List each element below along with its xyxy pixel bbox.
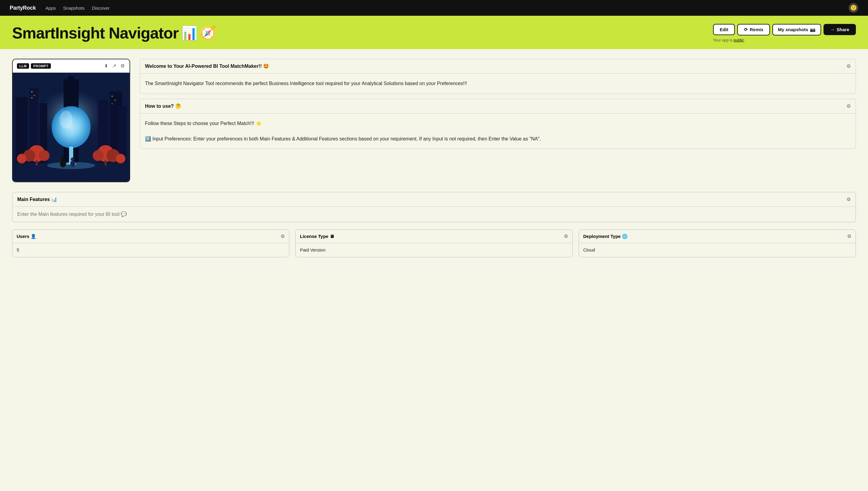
deployment-body [579,243,856,257]
remix-label: Remix [750,27,763,32]
howto-widget: How to use? 🤔 ⚙ Follow these Steps to ch… [140,99,856,149]
settings-icon[interactable]: ⚙ [120,62,125,69]
svg-point-18 [39,150,50,161]
edit-button[interactable]: Edit [713,24,735,35]
main-features-widget: Main Features 📊 ⚙ [12,192,856,222]
license-title: License Type 🖥 [300,234,334,239]
deployment-header: Deployment Type 🌐 ⚙ [579,230,856,243]
deployment-settings-icon[interactable]: ⚙ [847,233,851,239]
users-header: Users 👤 ⚙ [12,230,289,243]
header-actions: Edit ⟳ Remix My snapshots 📷 → Share Your… [713,24,856,42]
app-header: SmartInsight Navigator 📊 🧭 Edit ⟳ Remix … [0,16,868,49]
prompt-tag: PROMPT [31,63,51,69]
license-header: License Type 🖥 ⚙ [296,230,572,243]
svg-point-28 [70,161,75,167]
nav-apps[interactable]: Apps [46,5,56,10]
export-icon[interactable]: ↗ [112,62,117,69]
users-widget: Users 👤 ⚙ [12,229,289,257]
widget-actions: ⬇ ↗ ⚙ [103,62,125,69]
camera-icon: 📷 [810,27,816,32]
widget-image [13,73,129,182]
city-illustration [13,73,129,182]
app-title-emoji1: 📊 [181,25,197,41]
svg-rect-9 [68,76,74,85]
navbar: PartyRock Apps Snapshots Discover 🙂 [0,0,868,16]
public-link[interactable]: public [734,38,744,42]
my-snapshots-button[interactable]: My snapshots 📷 [772,24,821,35]
svg-point-25 [17,154,27,164]
howto-body: Follow these Steps to choose your Perfec… [140,114,856,149]
deployment-title: Deployment Type 🌐 [583,234,628,239]
llm-tag: LLM [17,63,29,69]
welcome-title: Welcome to Your AI-Powered BI Tool Match… [145,63,269,69]
svg-rect-32 [31,97,32,98]
users-settings-icon[interactable]: ⚙ [280,233,285,239]
nav-discover[interactable]: Discover [92,5,109,10]
howto-widget-header: How to use? 🤔 ⚙ [140,99,856,114]
main-content: LLM PROMPT ⬇ ↗ ⚙ [0,49,868,192]
mf-body [12,207,856,222]
welcome-body: The SmartInsight Navigator Tool recommen… [140,74,856,93]
svg-point-29 [71,157,74,161]
svg-rect-19 [36,160,37,166]
svg-point-11 [59,111,72,129]
welcome-widget: Welcome to Your AI-Powered BI Tool Match… [140,59,856,94]
widget-tags: LLM PROMPT [17,63,51,69]
svg-rect-23 [105,160,107,166]
left-panel: LLM PROMPT ⬇ ↗ ⚙ [12,59,130,182]
howto-settings-icon[interactable]: ⚙ [846,103,851,109]
svg-point-26 [60,160,66,167]
app-title-emoji2: 🧭 [200,25,216,41]
mf-header: Main Features 📊 ⚙ [12,192,856,207]
three-cols: Users 👤 ⚙ License Type 🖥 ⚙ Deployment Ty… [12,229,856,257]
public-text: Your app is [713,38,733,42]
license-input[interactable] [300,247,357,253]
nav-right: 🙂 [849,3,858,13]
public-note: Your app is public. [713,38,745,42]
app-title-text: SmartInsight Navigator [12,24,179,42]
license-settings-icon[interactable]: ⚙ [564,233,568,239]
howto-title: How to use? 🤔 [145,103,181,109]
mf-title: Main Features 📊 [17,197,57,202]
svg-rect-33 [112,96,113,97]
widget-header: LLM PROMPT ⬇ ↗ ⚙ [13,59,129,73]
app-title-container: SmartInsight Navigator 📊 🧭 [12,24,216,42]
users-title: Users 👤 [17,234,36,239]
license-widget: License Type 🖥 ⚙ [295,229,573,257]
download-icon[interactable]: ⬇ [103,62,109,69]
svg-point-27 [61,156,65,161]
svg-point-24 [116,154,125,164]
svg-rect-34 [115,99,116,101]
deployment-input[interactable] [583,247,641,253]
welcome-settings-icon[interactable]: ⚙ [846,63,851,69]
svg-point-10 [52,106,91,148]
svg-rect-31 [34,95,35,96]
mf-settings-icon[interactable]: ⚙ [846,197,851,202]
main-features-input[interactable] [17,211,851,217]
brand-logo[interactable]: PartyRock [10,5,36,11]
header-buttons: Edit ⟳ Remix My snapshots 📷 → Share [713,24,856,35]
share-button[interactable]: → Share [824,24,856,35]
license-body [296,243,572,257]
image-widget: LLM PROMPT ⬇ ↗ ⚙ [12,59,130,182]
remix-icon: ⟳ [744,27,748,32]
share-arrow-icon: → [830,27,835,32]
remix-button[interactable]: ⟳ Remix [737,24,770,35]
deployment-widget: Deployment Type 🌐 ⚙ [579,229,856,257]
svg-rect-30 [31,91,32,92]
user-avatar[interactable]: 🙂 [849,3,858,13]
snapshots-label: My snapshots [778,27,808,32]
users-body [12,243,289,257]
nav-links: Apps Snapshots Discover [46,5,109,10]
welcome-widget-header: Welcome to Your AI-Powered BI Tool Match… [140,59,856,74]
nav-snapshots[interactable]: Snapshots [63,5,85,10]
bottom-section: Main Features 📊 ⚙ Users 👤 ⚙ License Type… [0,192,868,267]
svg-rect-35 [112,103,113,105]
share-label: Share [837,27,849,32]
svg-point-22 [93,150,103,161]
right-panel: Welcome to Your AI-Powered BI Tool Match… [140,59,856,182]
users-input[interactable] [17,247,74,253]
